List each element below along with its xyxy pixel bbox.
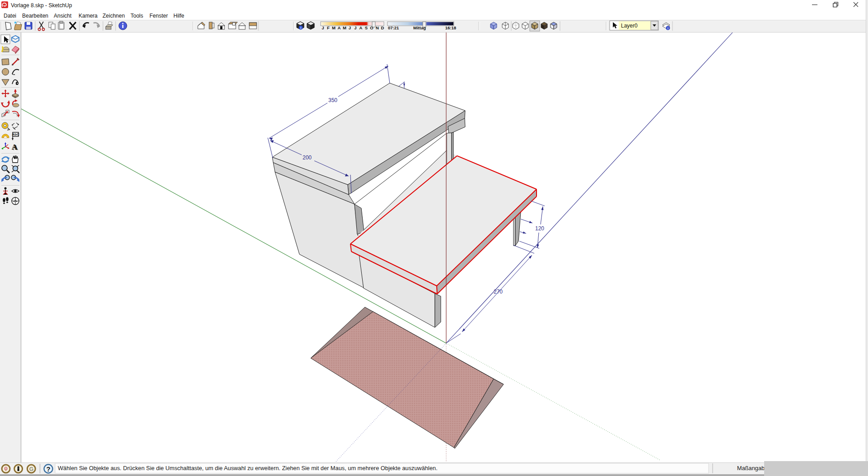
svg-text:Mittag: Mittag bbox=[413, 25, 426, 30]
svg-text:O: O bbox=[370, 25, 373, 30]
svg-text:270: 270 bbox=[494, 289, 503, 295]
svg-text:J: J bbox=[349, 25, 351, 30]
svg-text:Maßangab: Maßangab bbox=[737, 465, 765, 471]
svg-text:N: N bbox=[376, 25, 379, 30]
svg-text:350: 350 bbox=[328, 97, 337, 103]
svg-text:D: D bbox=[381, 25, 384, 30]
svg-text:M: M bbox=[332, 25, 336, 30]
svg-text:J: J bbox=[354, 25, 356, 30]
svg-text:Wählen Sie Objekte aus. Drücke: Wählen Sie Objekte aus. Drücken Sie die … bbox=[58, 465, 438, 471]
svg-text:i: i bbox=[300, 26, 301, 29]
svg-text:AbC: AbC bbox=[12, 132, 19, 136]
svg-text:07:21: 07:21 bbox=[388, 25, 399, 30]
svg-text:200: 200 bbox=[303, 154, 312, 161]
svg-text:Vorlage 8.skp - SketchUp: Vorlage 8.skp - SketchUp bbox=[11, 2, 72, 9]
svg-text:G: G bbox=[29, 466, 33, 472]
svg-text:F: F bbox=[327, 25, 330, 30]
svg-text:M: M bbox=[343, 25, 346, 30]
svg-text:A: A bbox=[12, 143, 18, 151]
svg-text:120: 120 bbox=[535, 225, 544, 232]
svg-text:?: ? bbox=[46, 465, 50, 473]
svg-text:16:18: 16:18 bbox=[445, 25, 456, 30]
svg-text:i: i bbox=[667, 27, 668, 30]
svg-text:Layer0: Layer0 bbox=[621, 23, 638, 29]
svg-text:A: A bbox=[338, 25, 341, 30]
svg-text:A: A bbox=[359, 25, 363, 30]
svg-text:J: J bbox=[322, 25, 324, 30]
svg-text:S: S bbox=[365, 25, 368, 30]
